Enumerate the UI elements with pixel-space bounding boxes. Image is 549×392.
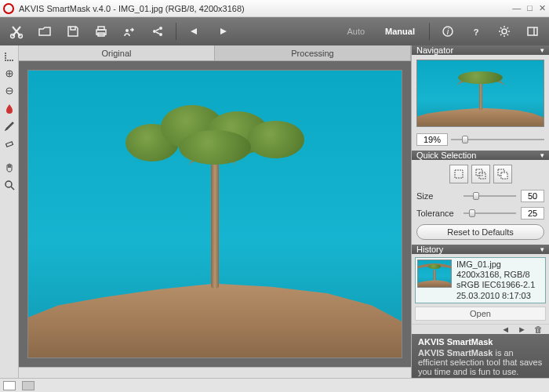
svg-point-29 xyxy=(5,181,12,187)
open-file-icon[interactable] xyxy=(35,21,55,42)
svg-text:?: ? xyxy=(474,27,479,37)
help-icon[interactable]: ? xyxy=(466,21,486,42)
close-icon[interactable]: ✕ xyxy=(539,3,546,13)
main-toolbar: Auto Manual i ? xyxy=(0,17,549,45)
svg-line-19 xyxy=(500,34,502,36)
brush-plus-tool-icon[interactable] xyxy=(2,66,17,82)
svg-point-6 xyxy=(153,30,156,33)
view-tabs: Original Processing xyxy=(19,45,411,61)
collapse-icon[interactable]: ▾ xyxy=(540,245,544,253)
navigator-header[interactable]: Navigator ▾ xyxy=(412,45,549,55)
navigator-title: Navigator xyxy=(416,45,453,55)
print-icon[interactable] xyxy=(91,21,111,42)
swatch-bg[interactable] xyxy=(22,381,35,390)
eraser-tool-icon[interactable] xyxy=(2,135,17,151)
history-panel: IMG_01.jpg 4200x3168, RGB/8 sRGB IEC6196… xyxy=(412,254,549,324)
zoom-slider[interactable] xyxy=(451,134,544,145)
svg-rect-28 xyxy=(5,142,13,147)
size-field[interactable]: 50 xyxy=(521,190,544,202)
history-title: History xyxy=(416,245,443,254)
minimize-icon[interactable]: — xyxy=(512,3,521,13)
tolerance-slider[interactable] xyxy=(464,208,516,219)
history-header[interactable]: History ▾ xyxy=(412,245,549,254)
navigator-panel xyxy=(412,55,549,132)
scissors-icon[interactable] xyxy=(6,21,27,42)
history-date: 25.03.2010 8:17:03 xyxy=(456,291,535,301)
footer-title: AKVIS SmartMask xyxy=(418,337,543,347)
batch-icon[interactable] xyxy=(119,21,140,42)
tolerance-field[interactable]: 25 xyxy=(521,207,544,220)
zoom-tool-icon[interactable] xyxy=(2,177,17,193)
document-image xyxy=(28,71,402,358)
svg-line-17 xyxy=(500,27,502,29)
tab-processing[interactable]: Processing xyxy=(215,45,411,60)
quick-selection-header[interactable]: Quick Selection ▾ xyxy=(412,151,549,160)
svg-line-20 xyxy=(507,27,509,29)
titlebar: AKVIS SmartMask v.4.0 - IMG_01.jpg (RGB/… xyxy=(0,0,549,17)
history-profile: sRGB IEC61966-2.1 xyxy=(456,280,535,290)
svg-line-30 xyxy=(11,187,14,190)
mode-auto[interactable]: Auto xyxy=(340,27,371,36)
undo-icon[interactable] xyxy=(184,21,205,42)
svg-rect-35 xyxy=(501,172,507,179)
info-footer: AKVIS SmartMask AKVIS SmartMask is an ef… xyxy=(412,334,549,379)
selection-new-icon[interactable] xyxy=(449,165,468,183)
left-toolbox xyxy=(0,45,19,378)
mode-manual[interactable]: Manual xyxy=(379,27,421,36)
quick-selection-title: Quick Selection xyxy=(416,151,476,160)
size-slider[interactable] xyxy=(464,191,516,201)
svg-point-5 xyxy=(125,29,129,32)
svg-rect-3 xyxy=(98,27,104,30)
reset-defaults-button[interactable]: Reset to Defaults xyxy=(416,224,544,240)
brush-minus-tool-icon[interactable] xyxy=(2,83,17,99)
horizontal-scrollbar[interactable] xyxy=(19,367,411,378)
tab-original[interactable]: Original xyxy=(19,45,215,60)
panels-icon[interactable] xyxy=(522,21,543,42)
history-open-step[interactable]: Open xyxy=(415,307,546,321)
canvas-viewport[interactable] xyxy=(19,61,411,367)
navigator-thumbnail[interactable] xyxy=(416,60,544,127)
svg-point-12 xyxy=(502,29,507,34)
redo-icon[interactable] xyxy=(213,21,233,42)
svg-rect-21 xyxy=(528,27,537,35)
right-sidebar: Navigator ▾ 19% Quick Selection ▾ xyxy=(411,45,549,378)
selection-subtract-icon[interactable] xyxy=(493,165,512,183)
quick-select-tool-icon[interactable] xyxy=(2,49,17,64)
swatch-fg[interactable] xyxy=(3,381,16,390)
history-prev-icon[interactable]: ◄ xyxy=(501,325,510,334)
history-nav: ◄ ► 🗑 xyxy=(412,324,549,334)
pen-tool-icon[interactable] xyxy=(2,118,17,133)
history-filename: IMG_01.jpg xyxy=(456,260,535,270)
statusbar xyxy=(0,378,549,392)
app-icon xyxy=(3,3,14,14)
canvas-area: Original Processing xyxy=(19,45,411,378)
zoom-field[interactable]: 19% xyxy=(416,133,448,146)
collapse-icon[interactable]: ▾ xyxy=(540,151,544,159)
footer-desc: AKVIS SmartMask is an efficient selectio… xyxy=(418,348,543,376)
size-label: Size xyxy=(416,191,459,201)
selection-add-icon[interactable] xyxy=(471,165,490,183)
info-icon[interactable]: i xyxy=(438,21,458,42)
history-next-icon[interactable]: ► xyxy=(518,325,526,334)
save-icon[interactable] xyxy=(63,21,83,42)
svg-point-7 xyxy=(159,27,162,30)
main-area: Original Processing xyxy=(0,45,549,378)
svg-line-18 xyxy=(507,34,509,36)
settings-icon[interactable] xyxy=(494,21,514,42)
history-delete-icon[interactable]: 🗑 xyxy=(534,325,543,334)
hand-tool-icon[interactable] xyxy=(2,160,17,176)
history-dims: 4200x3168, RGB/8 xyxy=(456,270,535,280)
history-item[interactable]: IMG_01.jpg 4200x3168, RGB/8 sRGB IEC6196… xyxy=(415,257,546,303)
share-icon[interactable] xyxy=(147,21,168,42)
svg-text:i: i xyxy=(447,27,449,36)
tolerance-label: Tolerance xyxy=(416,209,459,218)
svg-point-8 xyxy=(159,33,162,36)
svg-rect-31 xyxy=(455,170,463,178)
droplet-tool-icon[interactable] xyxy=(2,100,17,116)
window-title: AKVIS SmartMask v.4.0 - IMG_01.jpg (RGB/… xyxy=(19,4,512,13)
maximize-icon[interactable]: □ xyxy=(527,3,533,13)
history-thumbnail xyxy=(417,260,452,288)
quick-selection-panel: Size 50 Tolerance 25 Reset to Defaults xyxy=(412,160,549,245)
collapse-icon[interactable]: ▾ xyxy=(540,46,544,54)
